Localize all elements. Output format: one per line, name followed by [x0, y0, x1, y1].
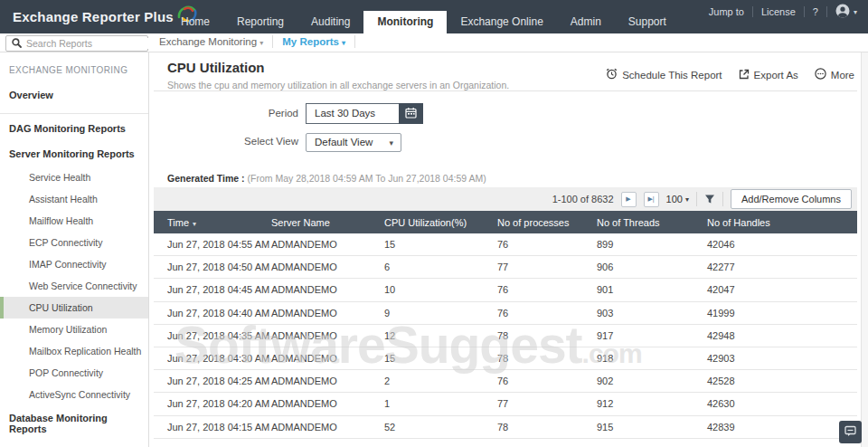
last-page-button[interactable]: ▶| — [644, 192, 659, 207]
page-subtitle: Shows the cpu and memory utilization in … — [167, 80, 509, 90]
sidebar-item-assistant-health[interactable]: Assistant Health — [0, 188, 148, 210]
view-select-dropdown[interactable]: Default View ▾ — [306, 133, 401, 152]
app-logo-text: Exchange Reporter Plus — [13, 9, 174, 24]
table-cell: ADMANDEMO — [271, 330, 384, 341]
sidebar-item-storage-monitoring-reports[interactable]: Storage Monitoring Reports — [0, 442, 148, 447]
table-cell: ADMANDEMO — [271, 284, 384, 295]
next-page-button[interactable]: ▶ — [621, 192, 637, 207]
breadcrumb-exchange-monitoring[interactable]: Exchange Monitoring ▾ — [159, 36, 263, 47]
table-cell: 76 — [497, 308, 597, 319]
chevron-down-icon: ▾ — [342, 39, 345, 47]
page-size-dropdown[interactable]: 100 ▾ — [666, 194, 689, 204]
table-cell: ADMANDEMO — [271, 422, 384, 433]
nav-tab-monitoring[interactable]: Monitoring — [363, 11, 447, 33]
chevron-down-icon: ▾ — [854, 8, 857, 16]
table-cell: 12 — [384, 330, 497, 341]
sidebar-item-memory-utilization[interactable]: Memory Utilization — [0, 319, 148, 340]
column-header-no-of-processes[interactable]: No of processes — [497, 217, 597, 228]
column-header-no-of-handles[interactable]: No of Handles — [707, 217, 857, 228]
column-header-label: No of processes — [497, 217, 569, 228]
nav-tab-support[interactable]: Support — [615, 11, 680, 33]
column-header-label: No of Handles — [707, 217, 770, 228]
feedback-button[interactable] — [839, 421, 862, 443]
column-header-time[interactable]: Time▾ — [154, 217, 271, 228]
more-button[interactable]: More — [815, 68, 854, 81]
sidebar-item-cpu-utilization[interactable]: CPU Utilization — [0, 297, 148, 319]
chevron-down-icon: ▾ — [389, 135, 393, 152]
table-body: Jun 27, 2018 04:55 AMADMANDEMO1576899420… — [154, 233, 857, 439]
next-page-icon: ▶ — [626, 195, 630, 203]
breadcrumb-my-reports[interactable]: My Reports ▾ — [282, 36, 345, 47]
utility-divider — [804, 6, 805, 17]
license-link[interactable]: License — [761, 6, 796, 17]
table-cell: 903 — [597, 308, 707, 319]
sidebar-item-database-monitoring-reports[interactable]: Database Monitoring Reports — [0, 405, 148, 442]
table-cell: Jun 27, 2018 04:30 AM — [154, 353, 271, 364]
chevron-down-icon: ▾ — [685, 195, 689, 204]
column-header-no-of-threads[interactable]: No of Threads — [597, 217, 707, 228]
column-header-server-name[interactable]: Server Name — [271, 217, 384, 228]
report-search[interactable] — [5, 35, 148, 52]
table-cell: 9 — [384, 308, 497, 319]
nav-tab-exchange-online[interactable]: Exchange Online — [447, 11, 556, 33]
main-content: CPU Utilization Shows the cpu and memory… — [149, 52, 868, 447]
add-remove-columns-button[interactable]: Add/Remove Columns — [731, 189, 852, 209]
table-cell: ADMANDEMO — [271, 353, 384, 364]
page-title: CPU Utilization — [167, 60, 265, 75]
sidebar-item-mailbox-replication-health[interactable]: Mailbox Replication Health — [0, 340, 148, 362]
sidebar-item-mailflow-health[interactable]: Mailflow Health — [0, 210, 148, 232]
table-row[interactable]: Jun 27, 2018 04:15 AMADMANDEMO5278915428… — [154, 416, 857, 439]
help-link[interactable]: ? — [813, 6, 818, 17]
table-row[interactable]: Jun 27, 2018 04:30 AMADMANDEMO1578918429… — [154, 347, 857, 370]
table-row[interactable]: Jun 27, 2018 04:35 AMADMANDEMO1278917429… — [154, 325, 857, 347]
table-cell: 6 — [384, 262, 497, 272]
table-row[interactable]: Jun 27, 2018 04:50 AMADMANDEMO6779064227… — [154, 256, 857, 279]
user-menu[interactable]: ▾ — [835, 4, 857, 20]
table-cell: 76 — [497, 284, 597, 295]
table-cell: 78 — [497, 330, 597, 341]
table-cell: Jun 27, 2018 04:55 AM — [154, 239, 271, 250]
pagination-divider — [696, 192, 697, 206]
sidebar-item-server-monitoring-reports[interactable]: Server Monitoring Reports — [0, 141, 148, 166]
table-row[interactable]: Jun 27, 2018 04:45 AMADMANDEMO1076901420… — [154, 279, 857, 301]
sidebar-item-ecp-connectivity[interactable]: ECP Connectivity — [0, 232, 148, 253]
schedule-report-button[interactable]: Schedule This Report — [606, 68, 722, 81]
table-row[interactable]: Jun 27, 2018 04:40 AMADMANDEMO9769034199… — [154, 302, 857, 325]
export-as-button[interactable]: Export As — [739, 69, 798, 81]
table-cell: 10 — [384, 284, 497, 295]
sidebar-item-overview[interactable]: Overview — [0, 82, 148, 108]
table-cell: 2 — [384, 376, 497, 386]
table-row[interactable]: Jun 27, 2018 04:20 AMADMANDEMO1779124263… — [154, 393, 857, 415]
sidebar-item-service-health[interactable]: Service Health — [0, 166, 148, 188]
period-input[interactable]: Last 30 Days — [306, 103, 399, 124]
column-header-cpu-utilization[interactable]: CPU Utilization(%) — [384, 217, 497, 228]
filter-button[interactable] — [704, 194, 715, 204]
sidebar-item-imap-connectivity[interactable]: IMAP Connectivity — [0, 253, 148, 275]
nav-tab-auditing[interactable]: Auditing — [297, 11, 363, 33]
table-cell: 76 — [497, 239, 597, 250]
sidebar-item-web-service-connectivity[interactable]: Web Service Connectivity — [0, 275, 148, 297]
table-cell: 42903 — [707, 353, 857, 364]
vertical-scrollbar[interactable] — [861, 52, 868, 447]
search-icon — [12, 38, 22, 50]
column-header-label: Time — [167, 217, 189, 228]
search-input[interactable] — [26, 38, 148, 49]
table-cell: 906 — [597, 262, 707, 272]
chevron-down-icon: ▾ — [259, 39, 263, 47]
table-row[interactable]: Jun 27, 2018 04:55 AMADMANDEMO1576899420… — [154, 233, 857, 256]
sidebar-item-dag-monitoring-reports[interactable]: DAG Monitoring Reports — [0, 116, 148, 141]
table-row[interactable]: Jun 27, 2018 04:25 AMADMANDEMO2769024252… — [154, 370, 857, 393]
sidebar-item-activesync-connectivity[interactable]: ActiveSync Connectivity — [0, 384, 148, 405]
jump-to-link[interactable]: Jump to — [709, 6, 744, 17]
nav-tab-admin[interactable]: Admin — [557, 11, 615, 33]
table-cell: 52 — [384, 422, 497, 433]
sidebar-nav: EXCHANGE MONITORINGOverviewDAG Monitorin… — [0, 52, 149, 447]
calendar-button[interactable] — [399, 103, 423, 124]
sidebar-item-pop-connectivity[interactable]: POP Connectivity — [0, 362, 148, 384]
nav-tab-reporting[interactable]: Reporting — [223, 11, 297, 33]
report-actions: Schedule This Report Export As — [606, 68, 854, 81]
nav-tab-home[interactable]: Home — [167, 11, 223, 33]
table-cell: 15 — [384, 353, 497, 364]
section-divider — [154, 90, 857, 91]
table-cell: 915 — [597, 422, 707, 433]
